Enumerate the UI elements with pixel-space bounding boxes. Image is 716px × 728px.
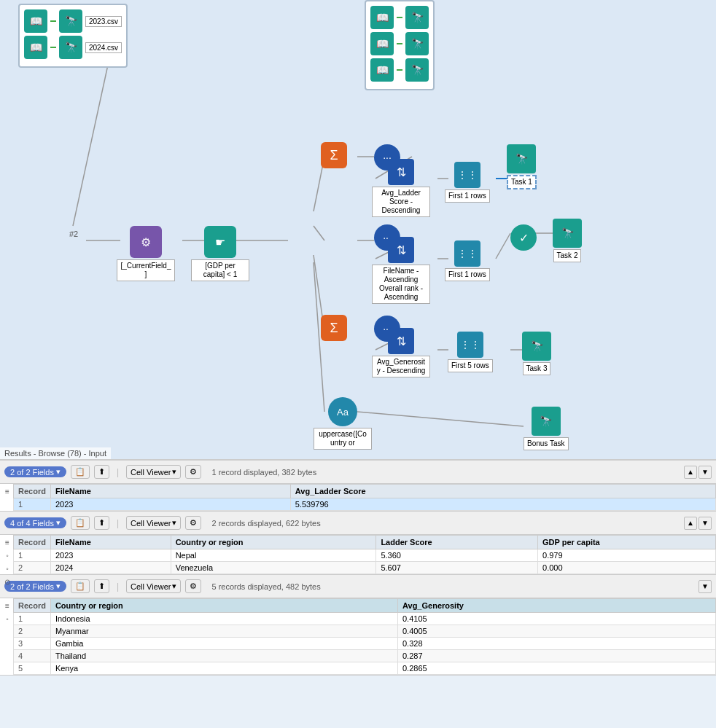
tr-book1-icon: 📖 xyxy=(370,6,394,29)
panel3-viewer-btn[interactable]: Cell Viewer ▾ xyxy=(126,579,181,593)
bonus-task-node[interactable]: 🔭 Bonus Task xyxy=(524,407,569,450)
sort1-node[interactable]: ⇅ Avg_Ladder Score - Descending xyxy=(372,159,430,217)
panel2-col-country: Country or region xyxy=(171,536,376,549)
panel3-copy-btn[interactable]: 📋 xyxy=(71,579,90,593)
sort2-icon: ⇅ xyxy=(388,237,414,263)
panel3: 2 of 2 Fields ▾ 📋 ⬆ | Cell Viewer ▾ ⚙ 5 … xyxy=(0,575,716,676)
task2-node[interactable]: 🔭 Task 2 xyxy=(553,219,582,262)
file-2023-label: 2023.csv xyxy=(85,16,122,27)
panel2-r1-record: 1 xyxy=(14,549,51,562)
panel3-fields-label: 2 of 2 Fields xyxy=(10,582,54,591)
panel1-viewer-btn[interactable]: Cell Viewer ▾ xyxy=(126,465,181,479)
panel3-row2[interactable]: 2 Myanmar 0.4005 xyxy=(14,625,716,638)
panel1-up-btn[interactable]: ▲ xyxy=(684,466,697,479)
browse-2024-icon: 🔭 xyxy=(59,36,82,59)
panel2-side-icons: ≡ ◦ ◦ ⊙ xyxy=(0,535,15,589)
tr-row3[interactable]: 📖 🔭 xyxy=(370,58,429,82)
panel3-r4-country: Thailand xyxy=(50,650,397,662)
panel3-r5-record: 5 xyxy=(14,662,51,675)
sum2-node[interactable]: Σ xyxy=(321,315,347,341)
panel3-r1-record: 1 xyxy=(14,613,51,625)
bonus-task-icon: 🔭 xyxy=(532,407,561,436)
gdp-filter-node[interactable]: ☛ [GDP per capita] < 1 xyxy=(191,226,249,281)
panel3-chevron-icon: ▾ xyxy=(56,582,61,591)
task1-label: Task 1 xyxy=(507,175,537,189)
sum1-node[interactable]: Σ xyxy=(321,142,347,168)
panel1-down-btn[interactable]: ▼ xyxy=(699,466,712,479)
panel3-r3-record: 3 xyxy=(14,638,51,650)
panel2-filter-btn[interactable]: ⚙ xyxy=(185,516,201,530)
panel3-r1-avg-gen: 0.4105 xyxy=(398,613,716,625)
panel2-r1-filename: 2023 xyxy=(50,549,171,562)
task3-node[interactable]: 🔭 Task 3 xyxy=(522,332,551,375)
task2-icon: 🔭 xyxy=(553,219,582,248)
tr-row2[interactable]: 📖 🔭 xyxy=(370,32,429,55)
panel3-r4-avg-gen: 0.287 xyxy=(398,650,716,662)
panel2-viewer-btn[interactable]: Cell Viewer ▾ xyxy=(126,516,181,530)
current-field-node[interactable]: ⚙ [_CurrentField_] xyxy=(117,226,175,281)
task1-node[interactable]: 🔭 Task 1 xyxy=(507,144,537,189)
gdp-filter-icon: ☛ xyxy=(204,226,236,258)
panel3-side-icon1[interactable]: ≡ xyxy=(1,600,13,611)
file-group-top-left: 📖 🔭 2023.csv 📖 🔭 2024.csv xyxy=(18,4,128,68)
panel2-up-btn[interactable]: ▲ xyxy=(684,517,697,530)
first1-node[interactable]: ⋮⋮ First 1 rows xyxy=(445,162,490,203)
panel3-info: 5 records displayed, 482 bytes xyxy=(211,582,320,591)
panel3-side-icon2[interactable]: ◦ xyxy=(1,613,13,625)
panel3-down-btn[interactable]: ▼ xyxy=(699,580,712,593)
panel1: 2 of 2 Fields ▾ 📋 ⬆ | Cell Viewer ▾ ⚙ 1 … xyxy=(0,461,716,512)
sort2-node[interactable]: ⇅ FileName - Ascending Overall rank - As… xyxy=(372,237,430,304)
tr-binoc3-icon: 🔭 xyxy=(405,58,429,82)
panel2-side-icon3[interactable]: ◦ xyxy=(1,563,13,574)
panel2-side-icon4[interactable]: ⊙ xyxy=(1,576,13,587)
uppercase-label: uppercase([Country or xyxy=(314,428,372,450)
panel1-copy-btn[interactable]: 📋 xyxy=(71,465,90,479)
check-node[interactable]: ✓ xyxy=(510,224,537,251)
panel3-r1-country: Indonesia xyxy=(50,613,397,625)
panel1-sep: | xyxy=(117,467,119,477)
tr-row1[interactable]: 📖 🔭 xyxy=(370,6,429,29)
panel2-export-btn[interactable]: ⬆ xyxy=(94,516,109,530)
panel1-export-btn[interactable]: ⬆ xyxy=(94,465,109,479)
uppercase-node[interactable]: Aa uppercase([Country or xyxy=(314,397,372,450)
panel2-row1[interactable]: 1 2023 Nepal 5.360 0.979 xyxy=(14,549,716,562)
panel3-filter-btn[interactable]: ⚙ xyxy=(185,579,201,593)
sort3-node[interactable]: ⇅ Avg_Generosity - Descending xyxy=(372,328,430,377)
file-2024[interactable]: 📖 🔭 2024.csv xyxy=(24,36,122,59)
panel2-side-icon2[interactable]: ◦ xyxy=(1,549,13,561)
file-2023[interactable]: 📖 🔭 2023.csv xyxy=(24,9,122,33)
panel2-r2-gdp: 0.000 xyxy=(538,562,716,574)
task3-icon: 🔭 xyxy=(522,332,551,361)
panel3-table-wrapper: ≡ ◦ Record Country or region Avg_Generos… xyxy=(0,598,716,675)
panel3-row1[interactable]: 1 Indonesia 0.4105 xyxy=(14,613,716,625)
sort3-label: Avg_Generosity - Descending xyxy=(372,356,430,377)
panel1-side-icons: ≡ xyxy=(0,484,15,498)
first2-node[interactable]: ⋮⋮ First 1 rows xyxy=(445,240,490,281)
task3-label: Task 3 xyxy=(523,362,551,375)
panel1-table-wrapper: ≡ Record FileName Avg_Ladder Score 1 202… xyxy=(0,484,716,511)
panel3-row5[interactable]: 5 Kenya 0.2865 xyxy=(14,662,716,675)
panel1-chevron-icon: ▾ xyxy=(56,467,61,477)
panel2-side-icon1[interactable]: ≡ xyxy=(1,536,13,548)
panel2-viewer-chevron: ▾ xyxy=(172,518,176,528)
panel2-r1-gdp: 0.979 xyxy=(538,549,716,562)
panel2-down-btn[interactable]: ▼ xyxy=(699,517,712,530)
first5-node[interactable]: ⋮⋮ First 5 rows xyxy=(448,332,493,372)
panel2-copy-btn[interactable]: 📋 xyxy=(71,516,90,530)
panel2-fields-badge[interactable]: 4 of 4 Fields ▾ xyxy=(4,517,66,528)
current-field-icon: ⚙ xyxy=(130,226,162,258)
panel2-row2[interactable]: 2 2024 Venezuela 5.607 0.000 xyxy=(14,562,716,574)
panel3-row4[interactable]: 4 Thailand 0.287 xyxy=(14,650,716,662)
panel1-fields-badge[interactable]: 2 of 2 Fields ▾ xyxy=(4,466,66,477)
panel3-row3[interactable]: 3 Gambia 0.328 xyxy=(14,638,716,650)
connections-svg xyxy=(0,0,716,459)
svg-line-14 xyxy=(496,233,510,259)
panel3-export-btn[interactable]: ⬆ xyxy=(94,579,109,593)
panel3-col-record: Record xyxy=(14,599,51,613)
panel1-row1[interactable]: 1 2023 5.539796 xyxy=(14,498,716,511)
panel1-filter-btn[interactable]: ⚙ xyxy=(185,465,201,479)
panel1-viewer-chevron: ▾ xyxy=(172,467,176,477)
panel1-side-icon1[interactable]: ≡ xyxy=(1,485,13,497)
browse-2023-icon: 🔭 xyxy=(59,9,82,33)
panel1-col-record: Record xyxy=(14,485,51,498)
